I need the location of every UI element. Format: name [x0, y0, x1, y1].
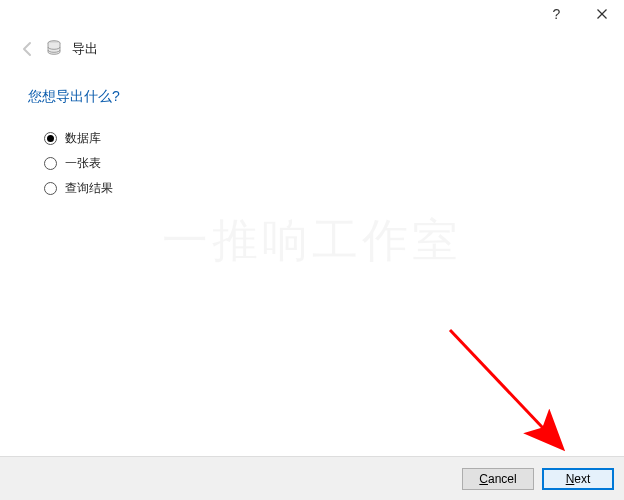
back-arrow-icon — [20, 41, 36, 57]
database-icon — [46, 40, 62, 58]
option-label: 一张表 — [65, 155, 101, 172]
option-table[interactable]: 一张表 — [44, 155, 113, 172]
option-database[interactable]: 数据库 — [44, 130, 113, 147]
option-query-result[interactable]: 查询结果 — [44, 180, 113, 197]
export-options-group: 数据库 一张表 查询结果 — [44, 130, 113, 197]
watermark-text: 一推响工作室 — [0, 210, 624, 272]
export-wizard-window: ? 导出 您想导出什么? 数据库 一张表 — [0, 0, 624, 500]
help-icon: ? — [553, 6, 561, 22]
annotation-arrow-icon — [0, 0, 624, 500]
wizard-header: 导出 — [20, 40, 98, 58]
radio-icon — [44, 157, 57, 170]
wizard-title: 导出 — [72, 40, 98, 58]
help-button[interactable]: ? — [534, 0, 579, 28]
button-label: Cancel — [479, 472, 516, 486]
close-button[interactable] — [579, 0, 624, 28]
radio-icon — [44, 182, 57, 195]
cancel-button[interactable]: Cancel — [462, 468, 534, 490]
button-label: Next — [566, 472, 591, 486]
close-icon — [597, 7, 607, 22]
option-label: 查询结果 — [65, 180, 113, 197]
svg-line-3 — [450, 330, 561, 447]
window-titlebar: ? — [534, 0, 624, 30]
wizard-footer: Cancel Next — [0, 456, 624, 500]
next-button[interactable]: Next — [542, 468, 614, 490]
wizard-question: 您想导出什么? — [28, 88, 120, 106]
option-label: 数据库 — [65, 130, 101, 147]
radio-icon — [44, 132, 57, 145]
